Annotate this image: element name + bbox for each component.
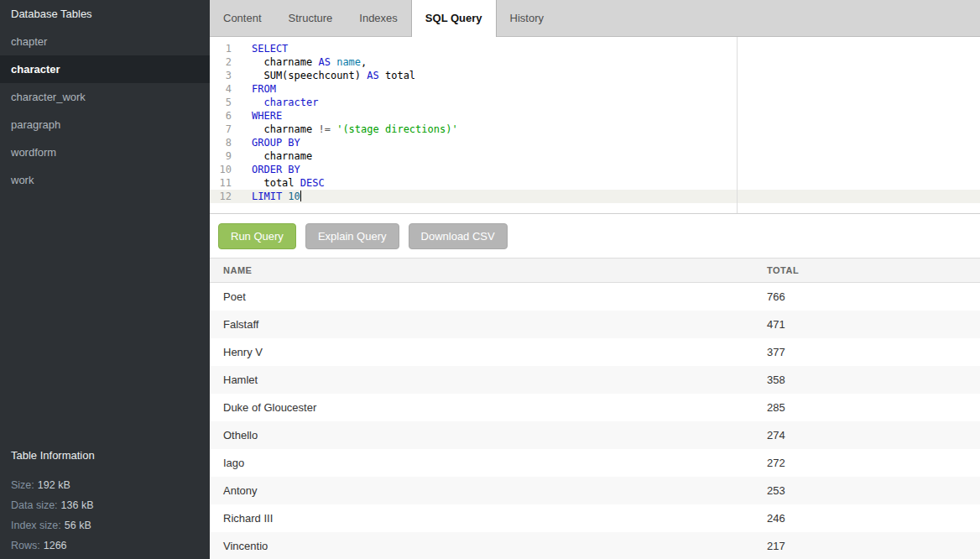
line-number: 1 <box>210 42 238 55</box>
code-line-5: 5 character <box>210 96 980 109</box>
code-line-10: 10ORDER BY <box>210 163 980 176</box>
line-content: ORDER BY <box>252 163 300 176</box>
table-list: chaptercharactercharacter_workparagraphw… <box>0 28 210 194</box>
result-row: Henry V377 <box>210 338 980 366</box>
code-line-9: 9 charname <box>210 149 980 163</box>
cell-name: Hamlet <box>210 366 767 394</box>
tab-indexes[interactable]: Indexes <box>346 0 411 36</box>
code-line-1: 1SELECT <box>210 42 980 55</box>
cell-name: Falstaff <box>210 311 767 338</box>
table-info-header: Table Information <box>0 443 210 468</box>
line-content: character <box>252 96 318 109</box>
text-cursor <box>300 191 301 201</box>
tab-bar: ContentStructureIndexesSQL QueryHistory <box>210 0 980 37</box>
result-row: Hamlet358 <box>210 366 980 394</box>
table-info-row: Size:192 kB <box>0 475 210 495</box>
tab-history[interactable]: History <box>497 0 557 36</box>
sidebar-item-character-work[interactable]: character_work <box>0 83 210 111</box>
cell-name: Othello <box>210 421 767 449</box>
result-row: Vincentio217 <box>210 532 980 559</box>
line-content: GROUP BY <box>252 136 300 149</box>
info-value: 1266 <box>44 540 67 551</box>
line-number: 3 <box>210 69 238 82</box>
info-value: 56 kB <box>65 520 91 531</box>
code-line-12: 12LIMIT 10 <box>210 190 980 203</box>
sidebar-item-paragraph[interactable]: paragraph <box>0 111 210 138</box>
cell-total: 471 <box>767 311 980 338</box>
result-row: Poet766 <box>210 283 980 311</box>
cell-total: 246 <box>767 504 980 532</box>
code-line-3: 3 SUM(speechcount) AS total <box>210 69 980 82</box>
line-number: 2 <box>210 55 238 69</box>
sidebar-item-chapter[interactable]: chapter <box>0 28 210 55</box>
main-panel: ContentStructureIndexesSQL QueryHistory … <box>210 0 980 559</box>
table-info-row: Data size:136 kB <box>0 495 210 515</box>
line-content: SELECT <box>252 42 288 55</box>
line-content: WHERE <box>252 109 282 123</box>
info-value: 192 kB <box>38 479 70 491</box>
cell-total: 766 <box>767 283 980 311</box>
cell-name: Richard III <box>210 504 767 532</box>
table-info-row: Rows:1266 <box>0 535 210 556</box>
result-row: Richard III246 <box>210 504 980 532</box>
line-number: 8 <box>210 136 238 149</box>
explain-query-button[interactable]: Explain Query <box>305 223 399 249</box>
code-line-4: 4FROM <box>210 82 980 96</box>
line-number: 10 <box>210 163 238 176</box>
code-line-6: 6WHERE <box>210 109 980 123</box>
info-label: Index size: <box>11 520 61 531</box>
results-table: NAME TOTAL Poet766Falstaff471Henry V377H… <box>210 258 980 559</box>
cell-total: 217 <box>767 532 980 559</box>
cell-name: Henry V <box>210 338 767 366</box>
cell-name: Antony <box>210 477 767 504</box>
info-value: 136 kB <box>61 499 94 511</box>
results-header-row: NAME TOTAL <box>210 258 980 283</box>
line-number: 12 <box>210 190 238 203</box>
cell-total: 253 <box>767 477 980 504</box>
sidebar-item-wordform[interactable]: wordform <box>0 138 210 166</box>
line-number: 11 <box>210 176 238 190</box>
tab-sql-query[interactable]: SQL Query <box>411 0 497 37</box>
info-label: Rows: <box>11 540 40 551</box>
table-info-row: Index size:56 kB <box>0 515 210 535</box>
code-line-7: 7 charname != '(stage directions)' <box>210 123 980 136</box>
result-row: Antony253 <box>210 477 980 504</box>
line-number: 6 <box>210 109 238 123</box>
result-row: Othello274 <box>210 421 980 449</box>
line-content: charname != '(stage directions)' <box>252 123 458 136</box>
line-content: charname AS name, <box>252 55 367 69</box>
table-info-rows: Size:192 kBData size:136 kBIndex size:56… <box>0 475 210 556</box>
tab-content[interactable]: Content <box>210 0 275 36</box>
query-toolbar: Run Query Explain Query Download CSV <box>210 214 980 258</box>
cell-total: 285 <box>767 394 980 421</box>
line-content: FROM <box>252 82 276 96</box>
result-row: Duke of Gloucester285 <box>210 394 980 421</box>
column-header-name: NAME <box>210 259 767 282</box>
cell-total: 358 <box>767 366 980 394</box>
tab-structure[interactable]: Structure <box>275 0 347 36</box>
line-number: 4 <box>210 82 238 96</box>
cell-total: 274 <box>767 421 980 449</box>
run-query-button[interactable]: Run Query <box>218 223 296 249</box>
sidebar-item-work[interactable]: work <box>0 166 210 194</box>
code-line-8: 8GROUP BY <box>210 136 980 149</box>
result-row: Iago272 <box>210 449 980 477</box>
result-row: Falstaff471 <box>210 311 980 338</box>
sidebar-item-character[interactable]: character <box>0 55 210 83</box>
table-info-panel: Table Information Size:192 kBData size:1… <box>0 443 210 559</box>
app-window: Database Tables chaptercharactercharacte… <box>0 0 980 559</box>
sql-editor[interactable]: 1SELECT2 charname AS name,3 SUM(speechco… <box>210 37 980 214</box>
cell-total: 272 <box>767 449 980 477</box>
sidebar: Database Tables chaptercharactercharacte… <box>0 0 210 559</box>
line-content: SUM(speechcount) AS total <box>252 69 415 82</box>
code-lines: 1SELECT2 charname AS name,3 SUM(speechco… <box>210 42 980 203</box>
line-number: 9 <box>210 149 238 163</box>
results-body: Poet766Falstaff471Henry V377Hamlet358Duk… <box>210 283 980 559</box>
line-number: 5 <box>210 96 238 109</box>
code-line-2: 2 charname AS name, <box>210 55 980 69</box>
download-csv-button[interactable]: Download CSV <box>409 223 508 249</box>
sidebar-header: Database Tables <box>0 0 210 28</box>
cell-name: Vincentio <box>210 532 767 559</box>
cell-name: Iago <box>210 449 767 477</box>
column-header-total: TOTAL <box>767 259 980 282</box>
